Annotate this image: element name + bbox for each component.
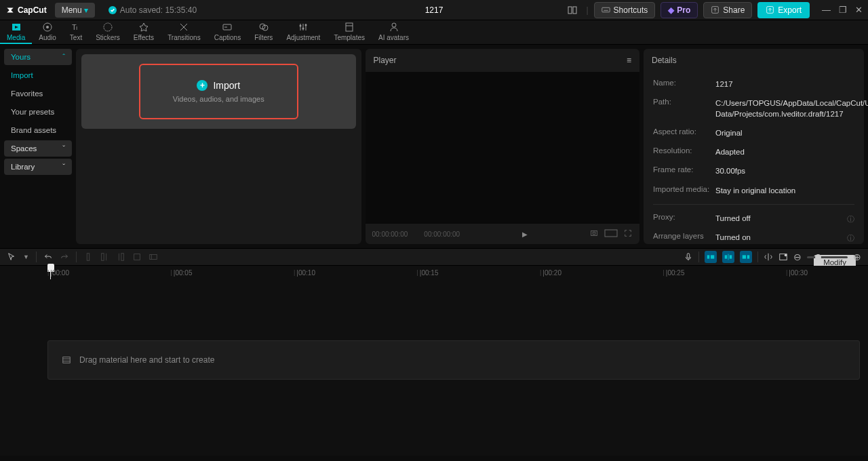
- undo-button[interactable]: [43, 252, 53, 262]
- proxy-value: Turned offⓘ: [715, 213, 854, 224]
- ruler-tick: |00:25: [663, 266, 685, 279]
- svg-rect-30: [134, 254, 140, 260]
- crop-tool[interactable]: [132, 252, 142, 262]
- tab-media[interactable]: Media: [0, 20, 32, 44]
- split-left-tool[interactable]: [100, 252, 109, 262]
- proxy-label: Proxy:: [653, 213, 715, 224]
- split-right-tool[interactable]: [116, 252, 125, 262]
- plus-icon: +: [197, 80, 208, 91]
- export-button[interactable]: Export: [757, 2, 810, 18]
- minimize-button[interactable]: —: [822, 5, 831, 15]
- share-button[interactable]: Share: [703, 2, 752, 18]
- details-panel: Details Name:1217 Path:C:/Users/TOPGUS/A…: [644, 49, 864, 244]
- split-tool[interactable]: [83, 252, 93, 262]
- arrange-label: Arrange layers: [653, 232, 715, 243]
- fullscreen-icon[interactable]: [623, 228, 633, 239]
- layout-icon[interactable]: [564, 2, 580, 18]
- framerate-label: Frame rate:: [653, 165, 715, 176]
- player-controls: 00:00:00:00 00:00:00:00 ▶: [366, 224, 640, 244]
- import-highlight-box: + Import Videos, audios, and images: [139, 64, 298, 119]
- chevron-down-icon: ˇ: [62, 163, 65, 171]
- cursor-dropdown-icon[interactable]: ▼: [23, 254, 29, 260]
- path-value: C:/Users/TOPGUS/AppData/Local/CapCut/Use…: [715, 98, 868, 119]
- media-icon: [11, 22, 22, 33]
- panel-menu-icon[interactable]: ≡: [627, 56, 631, 65]
- svg-rect-19: [346, 23, 353, 31]
- tab-templates[interactable]: Templates: [327, 20, 372, 44]
- media-sidebar: Yours ˆ Import Favorites Your presets Br…: [4, 49, 72, 244]
- svg-rect-1: [573, 7, 576, 14]
- svg-text:I: I: [76, 25, 77, 31]
- tab-filters[interactable]: Filters: [248, 20, 279, 44]
- sidebar-item-import[interactable]: Import: [4, 67, 72, 83]
- drop-track[interactable]: Drag material here and start to create: [47, 340, 860, 380]
- tab-stickers[interactable]: Stickers: [89, 20, 127, 44]
- library-dropdown[interactable]: Library ˇ: [4, 159, 72, 175]
- tab-audio[interactable]: Audio: [32, 20, 63, 44]
- svg-point-16: [300, 25, 302, 27]
- align-icon[interactable]: [764, 252, 773, 262]
- mic-icon[interactable]: [684, 252, 693, 262]
- magnet-left-icon[interactable]: [705, 251, 717, 263]
- tab-captions[interactable]: Captions: [208, 20, 248, 44]
- arrange-value: Turned onⓘ: [715, 232, 854, 243]
- imported-value: Stay in original location: [715, 185, 854, 196]
- player-viewport[interactable]: [366, 72, 640, 224]
- yours-dropdown[interactable]: Yours ˆ: [4, 49, 72, 65]
- tab-effects[interactable]: Effects: [127, 20, 161, 44]
- sidebar-item-presets[interactable]: Your presets: [4, 104, 72, 120]
- preview-toggle-icon[interactable]: [778, 252, 788, 262]
- info-icon[interactable]: ⓘ: [847, 214, 854, 224]
- resolution-label: Resolution:: [653, 146, 715, 157]
- captions-icon: [222, 22, 233, 33]
- svg-point-8: [46, 26, 49, 28]
- main-panels: Yours ˆ Import Favorites Your presets Br…: [0, 45, 868, 248]
- name-label: Name:: [653, 79, 715, 89]
- tab-ai-avatars[interactable]: AI avatars: [372, 20, 416, 44]
- chevron-down-icon: ▾: [84, 5, 88, 15]
- info-icon[interactable]: ⓘ: [847, 233, 854, 243]
- zoom-slider[interactable]: [807, 256, 848, 258]
- chevron-down-icon: ˇ: [62, 144, 65, 153]
- tab-text[interactable]: TI Text: [63, 20, 89, 44]
- svg-rect-31: [150, 255, 157, 260]
- snapshot-icon[interactable]: [589, 228, 599, 239]
- svg-rect-29: [121, 254, 124, 261]
- close-button[interactable]: ✕: [855, 5, 863, 15]
- svg-rect-36: [725, 255, 728, 258]
- timeline-ruler[interactable]: |00:00 |00:05 |00:10 |00:15 |00:20 |00:2…: [0, 266, 868, 279]
- zoom-in-icon[interactable]: ⊕: [853, 252, 861, 262]
- cursor-tool[interactable]: [7, 252, 16, 262]
- text-icon: TI: [71, 22, 81, 33]
- pro-button[interactable]: ◆ Pro: [660, 2, 698, 18]
- sidebar-item-brand[interactable]: Brand assets: [4, 122, 72, 138]
- transitions-icon: [178, 22, 189, 33]
- maximize-button[interactable]: ❐: [839, 5, 847, 15]
- sidebar-item-favorites[interactable]: Favorites: [4, 85, 72, 102]
- magnet-right-icon[interactable]: [740, 251, 752, 263]
- zoom-out-icon[interactable]: ⊖: [793, 252, 802, 262]
- ruler-tick: |00:05: [171, 266, 193, 279]
- ratio-icon[interactable]: [604, 229, 618, 239]
- resolution-value: Adapted: [715, 146, 854, 157]
- tab-adjustment[interactable]: Adjustment: [279, 20, 327, 44]
- menu-button[interactable]: Menu ▾: [55, 3, 95, 18]
- spaces-dropdown[interactable]: Spaces ˇ: [4, 140, 72, 157]
- framerate-value: 30.00fps: [715, 165, 854, 176]
- svg-rect-40: [747, 255, 750, 258]
- import-dropzone[interactable]: + Import Videos, audios, and images: [81, 54, 356, 129]
- tab-transitions[interactable]: Transitions: [161, 20, 208, 44]
- shortcuts-button[interactable]: Shortcuts: [594, 2, 656, 18]
- path-label: Path:: [653, 98, 715, 119]
- play-button[interactable]: ▶: [522, 230, 528, 238]
- svg-rect-24: [605, 230, 617, 237]
- export-icon: [766, 5, 774, 14]
- frame-tool[interactable]: [149, 252, 158, 262]
- filters-icon: [258, 22, 269, 33]
- redo-button[interactable]: [60, 252, 69, 262]
- magnet-center-icon[interactable]: [722, 251, 734, 263]
- svg-rect-35: [711, 255, 714, 258]
- aspect-label: Aspect ratio:: [653, 127, 715, 138]
- category-toolbar: Media Audio TI Text Stickers Effects Tra…: [0, 20, 868, 45]
- timeline-body[interactable]: Drag material here and start to create: [0, 279, 868, 456]
